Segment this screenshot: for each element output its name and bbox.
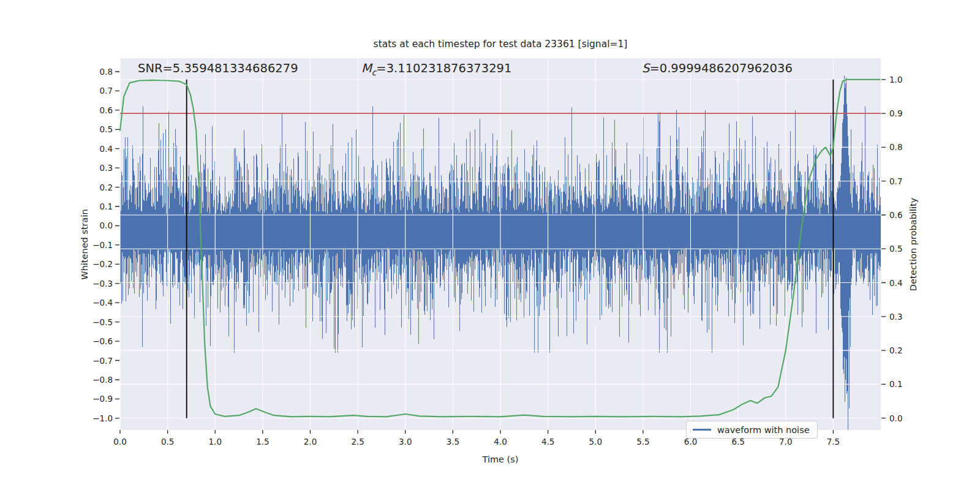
- y-left-tick-label: −0.8: [86, 374, 113, 385]
- y-right-tick-label: 0.4: [889, 277, 916, 288]
- y-right-tick-label: 0.8: [889, 141, 916, 153]
- x-tick-label: 6.5: [725, 436, 752, 447]
- x-axis-label: Time (s): [120, 454, 881, 464]
- y-left-tick-label: −0.3: [86, 278, 113, 289]
- annotation-snr: SNR=5.359481334686279: [138, 61, 298, 75]
- y-left-tick-label: 0.8: [86, 66, 113, 77]
- x-tick-label: 4.5: [535, 436, 562, 447]
- y-left-tick-label: −0.7: [86, 355, 113, 366]
- y-left-tick-label: −0.6: [86, 336, 113, 347]
- legend-line-sample: [693, 429, 711, 431]
- x-tick-label: 1.0: [202, 436, 228, 447]
- y-left-tick-label: 0.6: [86, 105, 113, 116]
- x-tick-label: 1.5: [249, 436, 276, 447]
- y-right-tick-label: 0.0: [889, 413, 916, 424]
- y-right-tick-label: 0.6: [889, 209, 916, 221]
- x-tick-label: 2.5: [344, 436, 371, 447]
- legend-label: waveform with noise: [717, 425, 810, 435]
- x-tick-label: 4.0: [487, 436, 514, 447]
- x-tick-label: 5.0: [582, 436, 609, 447]
- x-tick-label: 6.0: [677, 436, 704, 447]
- annotation-chirp-mass-symbol: M: [361, 61, 372, 75]
- y-left-tick-label: 0.2: [86, 182, 113, 193]
- chart-title: stats at each timestep for test data 233…: [120, 39, 881, 50]
- x-tick-label: 5.5: [630, 436, 657, 447]
- x-tick-label: 7.5: [820, 436, 846, 447]
- annotation-chirp-mass: Mc=3.110231876373291: [361, 61, 511, 77]
- y-left-tick-label: 0.5: [86, 124, 113, 135]
- x-tick-label: 7.0: [772, 436, 799, 447]
- annotation-s-stat-symbol: S: [642, 61, 649, 75]
- y-left-tick-label: −0.1: [86, 239, 113, 251]
- y-left-tick-label: −1.0: [86, 413, 113, 424]
- y-left-tick-label: −0.4: [86, 297, 113, 308]
- x-tick-label: 0.5: [154, 436, 181, 447]
- annotation-s-stat: S=0.9999486207962036: [642, 61, 793, 75]
- y-left-tick-label: −0.2: [86, 258, 113, 270]
- x-tick-label: 0.0: [107, 436, 134, 447]
- x-tick-label: 3.0: [392, 436, 419, 447]
- y-left-tick-label: 0.3: [86, 162, 113, 173]
- y-right-tick-label: 0.7: [889, 176, 916, 187]
- y-right-tick-label: 0.2: [889, 345, 916, 356]
- annotation-snr-value: =5.359481334686279: [163, 61, 298, 75]
- y-left-tick-label: 0.0: [86, 220, 113, 231]
- annotation-s-stat-value: =0.9999486207962036: [649, 61, 792, 75]
- annotation-snr-symbol: SNR: [138, 61, 163, 75]
- y-left-tick-label: 0.4: [86, 143, 113, 154]
- y-left-tick-label: −0.5: [86, 317, 113, 328]
- y-left-tick-label: 0.1: [86, 201, 113, 212]
- y-right-tick-label: 0.5: [889, 243, 916, 254]
- y-right-tick-label: 0.1: [889, 379, 916, 390]
- y-left-tick-label: 0.7: [86, 85, 113, 96]
- x-tick-label: 3.5: [439, 436, 466, 447]
- y-right-tick-label: 0.9: [889, 108, 916, 119]
- y-left-tick-label: −0.9: [86, 393, 113, 404]
- annotation-chirp-mass-value: =3.110231876373291: [376, 61, 511, 75]
- y-right-tick-label: 0.3: [889, 311, 916, 322]
- x-tick-label: 2.0: [297, 436, 324, 447]
- y-right-tick-label: 1.0: [889, 74, 916, 85]
- figure: stats at each timestep for test data 233…: [0, 0, 980, 490]
